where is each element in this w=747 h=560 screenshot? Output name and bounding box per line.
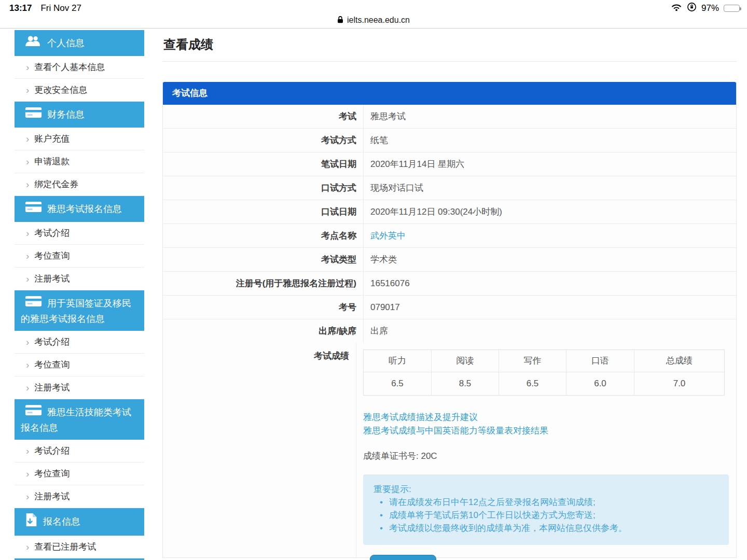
- lock-icon: [337, 16, 343, 25]
- score-value-cell: 6.5: [364, 372, 432, 395]
- notice-item: •请在成绩发布日中午12点之后登录报名网站查询成绩;: [374, 496, 718, 509]
- info-row: 考号079017: [163, 296, 736, 319]
- info-label: 口试方式: [163, 176, 364, 200]
- status-bar: 13:17 Fri Nov 27 97% ielts.neea.edu.cn: [0, 0, 747, 29]
- sidebar-item[interactable]: ›绑定代金券: [15, 173, 144, 196]
- info-value: 学术类: [364, 248, 736, 271]
- rotation-lock-icon: [687, 2, 697, 15]
- info-row: 出席/缺席出席: [163, 319, 736, 343]
- document-icon: [25, 513, 38, 531]
- score-link[interactable]: 雅思考试成绩描述及提升建议: [363, 411, 729, 424]
- info-row: 口试方式现场对话口试: [163, 176, 736, 200]
- sidebar-item[interactable]: ›注册考试: [15, 485, 144, 508]
- sidebar-section-title: 财务信息: [47, 109, 85, 120]
- info-label: 注册号(用于雅思报名注册过程): [163, 272, 364, 295]
- sidebar-item[interactable]: ›查看已注册考试: [15, 536, 144, 558]
- info-value: 079017: [364, 296, 736, 319]
- sidebar-section-header[interactable]: 报名信息: [15, 508, 144, 536]
- people-icon: [25, 35, 42, 51]
- sidebar-item-label: 注册考试: [34, 382, 70, 394]
- chevron-right-icon: ›: [26, 157, 29, 166]
- sidebar-item-label: 更改安全信息: [34, 84, 87, 96]
- sidebar-item[interactable]: ›考位查询: [15, 245, 144, 268]
- sidebar-item-label: 考位查询: [34, 250, 70, 262]
- scores-row-label: 考试成绩: [163, 343, 356, 557]
- info-row: 考点名称武外英中: [163, 224, 736, 248]
- score-header-cell: 写作: [499, 350, 566, 372]
- sidebar-item-label: 账户充值: [34, 133, 70, 145]
- credit-card-icon: [25, 201, 42, 217]
- screen: 13:17 Fri Nov 27 97% ielts.neea.edu.cn 个…: [0, 0, 747, 560]
- info-label: 口试日期: [163, 200, 364, 223]
- info-label: 笔试日期: [163, 152, 364, 176]
- score-link[interactable]: 雅思考试成绩与中国英语能力等级量表对接结果: [363, 424, 729, 438]
- info-label: 考号: [163, 296, 364, 319]
- battery-icon: [724, 5, 740, 12]
- notice-item: •成绩单将于笔试后第10个工作日以快递方式为您寄送;: [374, 509, 718, 522]
- sidebar-item[interactable]: ›账户充值: [15, 128, 144, 150]
- sidebar-item-label: 考试介绍: [34, 336, 70, 348]
- info-row: 考试方式纸笔: [163, 129, 736, 152]
- sidebar-section-header[interactable]: 考后服务: [15, 558, 144, 560]
- sidebar-item-label: 申请退款: [34, 156, 70, 167]
- score-value-cell: 6.5: [499, 372, 566, 395]
- sidebar-section-header[interactable]: 个人信息: [15, 30, 144, 56]
- exam-centre-link[interactable]: 武外英中: [364, 224, 736, 247]
- chevron-right-icon: ›: [26, 274, 29, 283]
- sidebar-item-label: 查看已注册考试: [34, 541, 96, 553]
- chevron-right-icon: ›: [26, 134, 29, 143]
- bullet-icon: •: [374, 496, 389, 509]
- chevron-right-icon: ›: [26, 86, 29, 94]
- chevron-right-icon: ›: [26, 542, 29, 551]
- chevron-right-icon: ›: [26, 469, 29, 478]
- url-text: ielts.neea.edu.cn: [347, 16, 410, 25]
- exam-info-panel: 考试信息 考试雅思考试考试方式纸笔笔试日期2020年11月14日 星期六口试方式…: [162, 82, 737, 558]
- sidebar-item[interactable]: ›注册考试: [15, 268, 144, 290]
- info-label: 考点名称: [163, 224, 364, 247]
- chevron-right-icon: ›: [26, 492, 29, 501]
- sidebar-item[interactable]: ›考试介绍: [15, 331, 144, 354]
- url-bar[interactable]: ielts.neea.edu.cn: [0, 13, 747, 27]
- status-row: 13:17 Fri Nov 27 97%: [0, 0, 747, 13]
- score-value-cell: 6.0: [566, 372, 634, 395]
- score-header-cell: 阅读: [432, 350, 499, 372]
- chevron-right-icon: ›: [26, 251, 29, 260]
- page-title: 查看成绩: [162, 29, 737, 62]
- info-label: 考试: [163, 105, 364, 128]
- sidebar-item[interactable]: ›考试介绍: [15, 222, 144, 245]
- sidebar-item[interactable]: ›考位查询: [15, 463, 144, 485]
- sidebar-item-label: 绑定代金券: [34, 178, 78, 190]
- info-value: 纸笔: [364, 129, 736, 152]
- sidebar-item[interactable]: ›考试介绍: [15, 440, 144, 463]
- battery-percent: 97%: [701, 3, 719, 13]
- sidebar-item[interactable]: ›查看个人基本信息: [15, 56, 144, 79]
- sidebar-section-header[interactable]: 雅思考试报名信息: [15, 196, 144, 222]
- sidebar-item[interactable]: ›考位查询: [15, 354, 144, 376]
- score-header-row: 听力阅读写作口语总成绩: [364, 350, 724, 372]
- chevron-right-icon: ›: [26, 383, 29, 392]
- info-row: 考试类型学术类: [163, 248, 736, 272]
- sidebar-section-header[interactable]: 雅思生活技能类考试报名信息: [15, 399, 144, 440]
- info-row: 考试雅思考试: [163, 105, 736, 129]
- sidebar-item-label: 注册考试: [34, 273, 70, 285]
- sidebar-item[interactable]: ›更改安全信息: [15, 79, 144, 102]
- info-row: 笔试日期2020年11月14日 星期六: [163, 152, 736, 176]
- notice-title: 重要提示:: [374, 483, 718, 496]
- sidebar-section-header[interactable]: 用于英国签证及移民的雅思考试报名信息: [15, 290, 144, 331]
- date: Fri Nov 27: [40, 3, 81, 13]
- sidebar-section-header[interactable]: 财务信息: [15, 102, 144, 128]
- bottom-action-button[interactable]: [370, 555, 436, 560]
- score-value-cell: 8.5: [432, 372, 499, 395]
- sidebar-item[interactable]: ›注册考试: [15, 376, 144, 399]
- chevron-right-icon: ›: [26, 229, 29, 237]
- chevron-right-icon: ›: [26, 446, 29, 455]
- info-value: 2020年11月14日 星期六: [364, 152, 736, 176]
- score-header-cell: 听力: [364, 350, 432, 372]
- info-value: 2020年11月12日 09:30(24小时制): [364, 200, 736, 223]
- sidebar-item[interactable]: ›申请退款: [15, 150, 144, 173]
- info-value: 16516076: [364, 272, 736, 295]
- credit-card-icon: [25, 404, 42, 421]
- credit-card-icon: [25, 106, 42, 123]
- chevron-right-icon: ›: [26, 63, 29, 72]
- info-label: 出席/缺席: [163, 319, 364, 343]
